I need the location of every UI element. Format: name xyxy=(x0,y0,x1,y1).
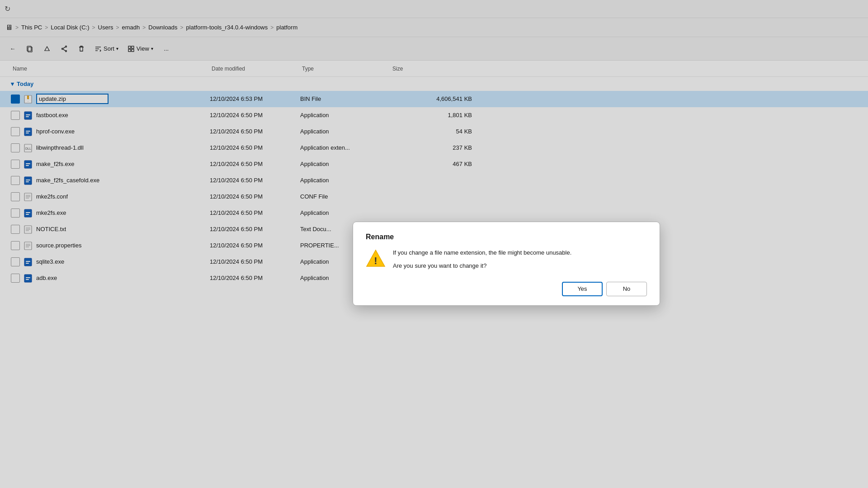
dialog-no-button[interactable]: No xyxy=(606,282,647,296)
dialog-body: ! If you change a file name extension, t… xyxy=(366,248,647,271)
dialog-text-line2: Are you sure you want to change it? xyxy=(393,261,571,271)
dialog-message: If you change a file name extension, the… xyxy=(393,248,571,271)
dialog-buttons: Yes No xyxy=(366,282,647,296)
rename-dialog: Rename ! If you change a file name exten… xyxy=(353,222,660,306)
warning-icon: ! xyxy=(366,248,386,268)
dialog-yes-button[interactable]: Yes xyxy=(562,282,603,296)
dialog-overlay: Rename ! If you change a file name exten… xyxy=(0,0,868,488)
dialog-text-line1: If you change a file name extension, the… xyxy=(393,248,571,258)
svg-text:!: ! xyxy=(374,255,377,266)
dialog-title: Rename xyxy=(366,233,647,241)
